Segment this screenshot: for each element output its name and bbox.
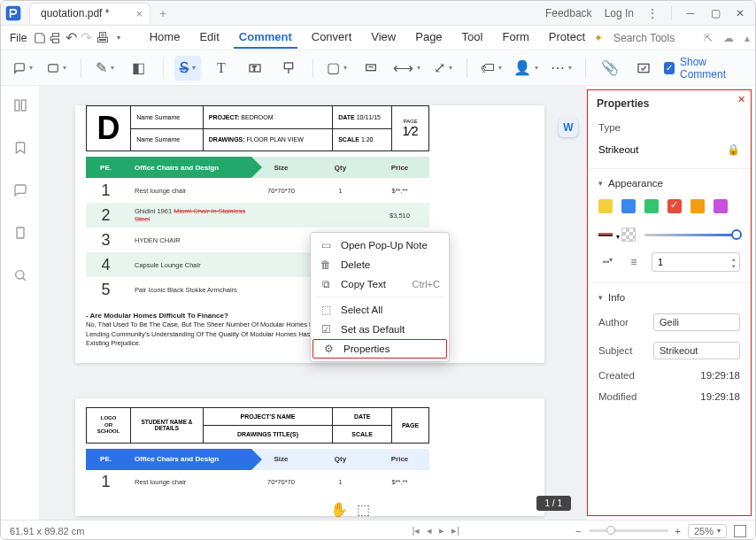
print-dropdown-icon[interactable]: ▾ (113, 29, 122, 47)
ctx-copy-text[interactable]: ⧉Copy TextCtrl+C (311, 274, 449, 294)
subject-input[interactable]: Strikeout (653, 342, 740, 359)
menubar: File ↶ ↷ 🖶 ▾ Home Edit Comment Convert V… (1, 26, 755, 50)
hand-tool-icon[interactable]: ✋ (330, 501, 348, 518)
zoom-slider[interactable] (589, 529, 668, 532)
note-tool[interactable]: ▾ (10, 56, 36, 81)
nav-next-icon[interactable]: ▸ (439, 525, 444, 536)
color-swatch-yellow[interactable] (598, 199, 613, 213)
tab-comment[interactable]: Comment (234, 27, 297, 49)
tab-home[interactable]: Home (144, 27, 186, 49)
opacity-slider[interactable] (644, 234, 740, 236)
line-weight-input[interactable]: 1 (652, 252, 740, 272)
file-menu[interactable]: File (6, 30, 30, 46)
color-swatch-red[interactable] (667, 199, 682, 213)
nav-last-icon[interactable]: ▸| (451, 525, 459, 536)
close-button[interactable]: ✕ (734, 7, 746, 19)
attachments-panel-icon[interactable] (12, 224, 29, 242)
share-icon[interactable]: ⇱ (704, 32, 713, 44)
svg-rect-3 (49, 64, 58, 71)
fit-page-icon[interactable] (734, 525, 746, 537)
new-tab-button[interactable]: + (159, 6, 166, 20)
thumbnails-icon[interactable] (12, 96, 29, 114)
text-tool[interactable]: T (208, 56, 235, 81)
tab-tool[interactable]: Tool (457, 27, 489, 49)
ctx-properties[interactable]: ⚙Properties (312, 339, 447, 359)
lock-icon[interactable]: 🔒 (727, 143, 740, 156)
fill-color-picker[interactable]: ▾ (598, 233, 613, 236)
bookmarks-icon[interactable] (12, 139, 29, 157)
highlight-area-tool[interactable]: ▾ (43, 56, 70, 81)
color-swatch-green[interactable] (644, 199, 659, 213)
comments-panel-icon[interactable] (12, 181, 29, 199)
color-swatch-orange[interactable] (690, 199, 705, 213)
stamp-tool[interactable] (358, 56, 384, 81)
print-icon[interactable] (50, 29, 62, 47)
save-icon[interactable] (34, 29, 46, 47)
pencil-tool[interactable]: ✎▾ (92, 56, 119, 81)
stamp2-tool[interactable]: 🏷▾ (478, 56, 505, 81)
info-section-header[interactable]: Info (588, 283, 751, 308)
ctx-delete[interactable]: 🗑Delete (311, 255, 449, 274)
tab-view[interactable]: View (366, 27, 401, 49)
more-icon[interactable]: ⋮ (646, 7, 659, 19)
callout-tool[interactable] (275, 56, 302, 81)
print2-icon[interactable]: 🖶 (96, 29, 110, 47)
strikeout-tool[interactable]: S̶▾ (174, 56, 201, 81)
author-input[interactable]: Geili (653, 313, 740, 331)
signature-tool[interactable]: 👤▾ (512, 56, 541, 81)
collapse-ribbon-icon[interactable]: ▴ (744, 32, 750, 44)
color-swatch-magenta[interactable] (714, 199, 728, 213)
ctx-select-all[interactable]: ⬚Select All (311, 300, 449, 320)
maximize-button[interactable]: ▢ (709, 7, 721, 19)
modified-value: 19:29:18 (653, 391, 740, 402)
feedback-link[interactable]: Feedback (545, 7, 592, 19)
tab-edit[interactable]: Edit (194, 27, 224, 49)
panel-close-icon[interactable]: ✕ (737, 94, 745, 105)
appearance-section-header[interactable]: Appearance (588, 169, 751, 194)
document-canvas[interactable]: W D Name Surname PROJECT: BEDROOM DATE 1… (40, 86, 587, 520)
ai-icon[interactable]: ✦ (594, 32, 603, 44)
page-indicator: 1 / 1 (536, 496, 571, 511)
minimize-button[interactable]: ─ (684, 7, 697, 19)
ctx-set-default[interactable]: ☑Set as Default (311, 320, 449, 339)
zoom-level-dropdown[interactable]: 25%▾ (688, 524, 727, 538)
zoom-out-icon[interactable]: − (575, 526, 581, 536)
table-row: 1 Rest lounge chair 70*70*70 1 $**.** (86, 178, 429, 203)
line-weight-icon[interactable]: ≡ (625, 256, 643, 268)
tab-protect[interactable]: Protect (544, 27, 590, 49)
login-link[interactable]: Log In (605, 7, 634, 19)
table-row: 2 Ghidini 1961 Miami Chair In Stainless … (86, 203, 429, 228)
show-comment-toggle[interactable]: ✓ Show Comment (664, 56, 746, 81)
eraser-tool[interactable]: ◧ (126, 56, 152, 81)
document-tab[interactable]: quotation.pdf * × (29, 3, 150, 24)
check-icon: ☑ (320, 323, 332, 336)
textbox-tool[interactable]: T (242, 56, 268, 81)
page-dimensions: 61.91 x 89.82 cm (10, 526, 84, 536)
tab-convert[interactable]: Convert (306, 27, 358, 49)
cloud-icon[interactable]: ☁ (723, 32, 734, 44)
word-export-badge[interactable]: W (559, 118, 578, 137)
tab-page[interactable]: Page (410, 27, 447, 49)
created-value: 19:29:18 (653, 370, 740, 381)
select-tool-icon[interactable]: ⬚ (357, 501, 370, 518)
search-tools-input[interactable] (613, 32, 693, 44)
line-style-picker[interactable]: ┅ ▾ (598, 256, 616, 268)
zoom-in-icon[interactable]: + (675, 526, 681, 536)
ctx-open-popup-note[interactable]: ▭Open Pop-Up Note (311, 235, 449, 255)
undo-icon[interactable]: ↶ (66, 29, 77, 47)
shape-tool[interactable]: ▢▾ (324, 56, 351, 81)
distance-tool[interactable]: ⤢▾ (429, 56, 456, 81)
approve-tool[interactable] (630, 56, 657, 81)
tab-close-icon[interactable]: × (135, 7, 143, 20)
color-swatch-blue[interactable] (621, 199, 636, 213)
tab-form[interactable]: Form (497, 27, 534, 49)
panel-title: Properties (588, 90, 751, 117)
more-tool[interactable]: ⋯▾ (548, 56, 575, 81)
redo-icon[interactable]: ↷ (81, 29, 92, 47)
note-icon: ▭ (320, 239, 332, 251)
attachment-tool[interactable]: 📎 (597, 56, 623, 81)
nav-first-icon[interactable]: |◂ (412, 525, 420, 536)
measure-tool[interactable]: ⟷▾ (391, 56, 422, 81)
nav-prev-icon[interactable]: ◂ (427, 525, 432, 536)
search-panel-icon[interactable] (12, 266, 29, 284)
